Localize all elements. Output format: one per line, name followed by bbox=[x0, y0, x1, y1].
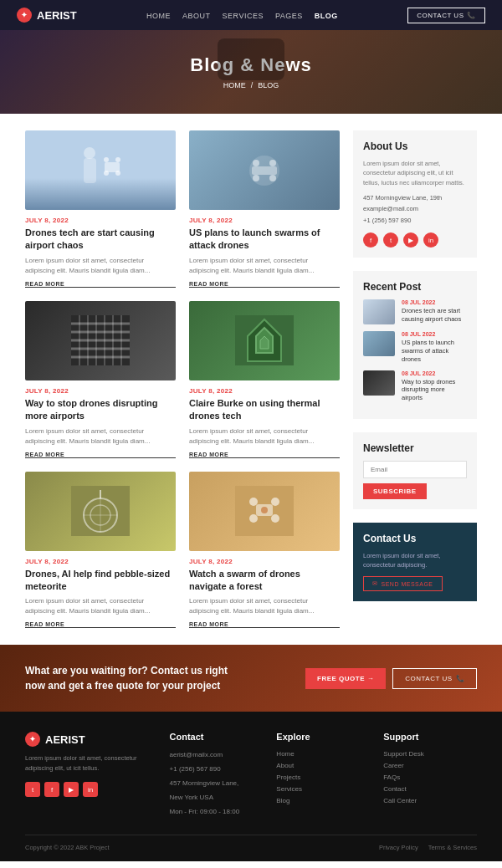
sidebar-newsletter: Newsletter SUBSCRIBE bbox=[353, 432, 477, 509]
breadcrumb-home[interactable]: HOME bbox=[223, 81, 246, 89]
blog-card-2-read-more[interactable]: READ MORE bbox=[189, 281, 340, 288]
blog-card-1-read-more[interactable]: READ MORE bbox=[25, 281, 176, 288]
footer-explore-blog[interactable]: Blog bbox=[276, 797, 370, 804]
recent-post-3-thumb bbox=[363, 370, 395, 396]
contact-text: Lorem ipsum dolor sit amet, consectetur … bbox=[363, 551, 467, 570]
blog-card-5-excerpt: Lorem ipsum dolor sit amet, consectetur … bbox=[25, 596, 176, 616]
footer-support-faqs[interactable]: FAQs bbox=[383, 774, 477, 781]
recent-posts-title: Recent Post bbox=[363, 281, 467, 293]
blog-card-5-date: JULY 8, 2022 bbox=[25, 558, 176, 565]
message-icon: ✉ bbox=[372, 580, 378, 587]
svg-point-41 bbox=[261, 507, 268, 513]
facebook-icon[interactable]: f bbox=[363, 232, 378, 248]
blog-card-3: JULY 8, 2022 Way to stop drones disrupti… bbox=[25, 301, 176, 458]
footer-facebook-icon[interactable]: f bbox=[44, 782, 59, 797]
blog-card-1-date: JULY 8, 2022 bbox=[25, 217, 176, 224]
blog-card-4-read-more[interactable]: READ MORE bbox=[189, 452, 340, 458]
logo-icon: ✦ bbox=[17, 8, 32, 23]
blog-card-1-title: Drones tech are start causing airport ch… bbox=[25, 227, 176, 253]
footer-explore-projects[interactable]: Projects bbox=[276, 774, 370, 781]
footer-explore-home[interactable]: Home bbox=[276, 750, 370, 758]
twitter-icon[interactable]: t bbox=[383, 232, 398, 248]
about-info: 457 Morningview Lane, 19th example@mail.… bbox=[363, 192, 467, 227]
svg-point-10 bbox=[269, 160, 276, 166]
free-quote-button[interactable]: FREE QUOTE → bbox=[305, 668, 386, 689]
cta-band: What are you waiting for? Contact us rig… bbox=[0, 645, 502, 712]
blog-card-1: JULY 8, 2022 Drones tech are start causi… bbox=[25, 130, 176, 288]
footer-support-career[interactable]: Career bbox=[383, 762, 477, 769]
footer-logo-icon: ✦ bbox=[25, 732, 40, 747]
blog-card-5: JULY 8, 2022 Drones, AI help find pebble… bbox=[25, 472, 176, 629]
svg-point-11 bbox=[253, 175, 259, 181]
svg-point-6 bbox=[115, 171, 120, 176]
footer-explore-about[interactable]: About bbox=[276, 762, 370, 769]
blog-card-6-excerpt: Lorem ipsum dolor sit amet, consectetur … bbox=[189, 596, 340, 616]
footer-contact-email: aerist@mailx.com bbox=[170, 750, 264, 760]
footer-twitter-icon[interactable]: t bbox=[25, 782, 40, 797]
footer-top: ✦ AERIST Lorem ipsum dolor sit amet, con… bbox=[25, 732, 477, 821]
footer-explore-services[interactable]: Services bbox=[276, 785, 370, 793]
sidebar: About Us Lorem ipsum dolor sit amet, con… bbox=[353, 130, 477, 628]
footer-brand-text: Lorem ipsum dolor sit amet, consectetur … bbox=[25, 753, 156, 774]
footer-youtube-icon[interactable]: ▶ bbox=[64, 782, 79, 797]
hero-section: Blog & News HOME / BLOG bbox=[0, 30, 502, 114]
footer-linkedin-icon[interactable]: in bbox=[83, 782, 98, 797]
footer-contact-col: Contact aerist@mailx.com +1 (256) 567 89… bbox=[170, 732, 264, 821]
recent-post-2-date: 08 JUL 2022 bbox=[402, 331, 467, 337]
footer-logo: ✦ AERIST bbox=[25, 732, 156, 747]
blog-card-2-excerpt: Lorem ipsum dolor sit amet, consectetur … bbox=[189, 256, 340, 276]
newsletter-email-input[interactable] bbox=[363, 461, 467, 478]
footer-support-callcenter[interactable]: Call Center bbox=[383, 797, 477, 804]
blog-card-4-title: Claire Burke on using thermal drones tec… bbox=[189, 397, 340, 423]
recent-post-1[interactable]: 08 JUL 2022 Drones tech are start causin… bbox=[363, 299, 467, 324]
blog-card-3-read-more[interactable]: READ MORE bbox=[25, 452, 176, 458]
blog-card-5-read-more[interactable]: READ MORE bbox=[25, 621, 176, 628]
recent-post-2-title: US plans to launch swarms of attack dron… bbox=[402, 339, 467, 363]
terms-services-link[interactable]: Terms & Services bbox=[428, 844, 477, 851]
footer-support-desk[interactable]: Support Desk bbox=[383, 750, 477, 758]
footer-social: t f ▶ in bbox=[25, 782, 156, 797]
nav-contact-button[interactable]: CONTACT US 📞 bbox=[407, 8, 485, 23]
footer-bottom: Copyright © 2022 ABK Project Privacy Pol… bbox=[25, 835, 477, 851]
privacy-policy-link[interactable]: Privacy Policy bbox=[379, 844, 418, 851]
svg-point-9 bbox=[253, 160, 259, 166]
footer-support-col: Support Support Desk Career FAQs Contact… bbox=[383, 732, 477, 821]
blog-card-3-title: Way to stop drones disrupting more airpo… bbox=[25, 397, 176, 423]
linkedin-icon[interactable]: in bbox=[423, 232, 438, 248]
blog-card-6-read-more[interactable]: READ MORE bbox=[189, 621, 340, 628]
blog-card-2-title: US plans to launch swarms of attack dron… bbox=[189, 227, 340, 253]
navbar: ✦ AERIST HOME ABOUT SERVICES PAGES BLOG … bbox=[0, 0, 502, 30]
send-message-button[interactable]: ✉ SEND MESSAGE bbox=[363, 576, 443, 591]
blog-card-5-title: Drones, AI help find pebble-sized meteor… bbox=[25, 568, 176, 594]
svg-point-5 bbox=[104, 171, 109, 176]
blog-card-3-image bbox=[25, 301, 176, 380]
nav-about[interactable]: ABOUT bbox=[182, 9, 211, 21]
recent-post-2[interactable]: 08 JUL 2022 US plans to launch swarms of… bbox=[363, 331, 467, 363]
blog-card-6-title: Watch a swarm of drones navigate a fores… bbox=[189, 568, 340, 594]
nav-pages[interactable]: PAGES bbox=[275, 9, 303, 21]
svg-rect-8 bbox=[252, 166, 277, 175]
subscribe-button[interactable]: SUBSCRIBE bbox=[363, 483, 427, 499]
nav-links: HOME ABOUT SERVICES PAGES BLOG bbox=[146, 9, 338, 21]
sidebar-recent-posts: Recent Post 08 JUL 2022 Drones tech are … bbox=[353, 271, 477, 419]
nav-home[interactable]: HOME bbox=[146, 9, 171, 21]
main-content: JULY 8, 2022 Drones tech are start causi… bbox=[0, 114, 502, 645]
svg-point-38 bbox=[271, 498, 279, 506]
recent-post-3[interactable]: 08 JUL 2022 Way to stop drones disruptin… bbox=[363, 370, 467, 402]
cta-contact-button[interactable]: CONTACT US 📞 bbox=[392, 668, 477, 689]
nav-blog[interactable]: BLOG bbox=[315, 9, 338, 21]
blog-card-2-date: JULY 8, 2022 bbox=[189, 217, 340, 224]
footer-support-contact[interactable]: Contact bbox=[383, 785, 477, 793]
recent-post-1-thumb bbox=[363, 299, 395, 324]
blog-card-1-excerpt: Lorem ipsum dolor sit amet, consectetur … bbox=[25, 256, 176, 276]
recent-post-3-title: Way to stop drones disrupting more airpo… bbox=[402, 378, 467, 402]
sidebar-about: About Us Lorem ipsum dolor sit amet, con… bbox=[353, 130, 477, 258]
nav-services[interactable]: SERVICES bbox=[223, 9, 264, 21]
blog-card-4-date: JULY 8, 2022 bbox=[189, 387, 340, 395]
footer-contact-address2: New York USA bbox=[170, 793, 264, 803]
footer-contact-phone: +1 (256) 567 890 bbox=[170, 764, 264, 774]
page-title: Blog & News bbox=[190, 54, 311, 76]
recent-post-2-thumb bbox=[363, 331, 395, 356]
youtube-icon[interactable]: ▶ bbox=[403, 232, 418, 248]
svg-point-12 bbox=[269, 175, 276, 181]
